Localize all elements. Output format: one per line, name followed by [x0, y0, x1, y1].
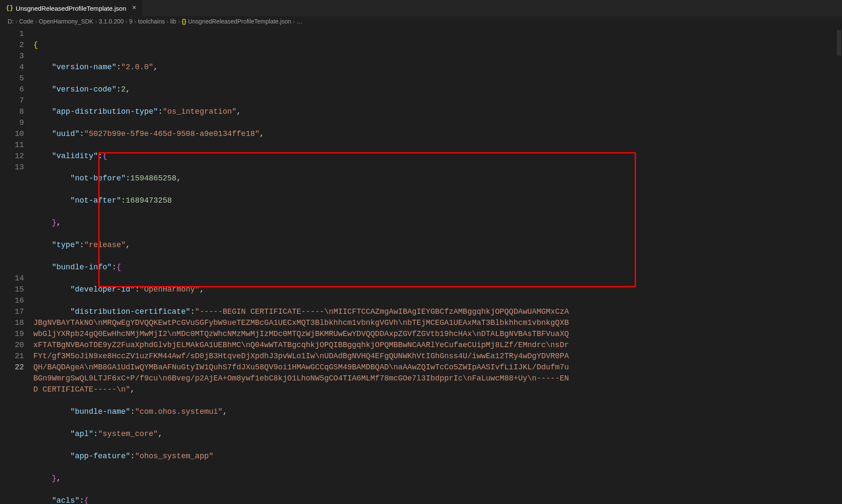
line-gutter: 1 2 3 4 5 6 7 8 9 10 11 12 13 14 15 16 1… — [0, 27, 33, 501]
code-line[interactable]: "type":"release", — [33, 239, 842, 251]
line-number: 22 — [0, 362, 24, 373]
line-number — [0, 173, 24, 273]
line-number: 3 — [0, 50, 24, 62]
minimap[interactable] — [836, 27, 842, 501]
line-number: 1 — [0, 28, 24, 39]
minimap-region — [837, 30, 841, 56]
line-number: 19 — [0, 328, 24, 339]
line-number: 18 — [0, 317, 24, 328]
code-line[interactable]: { — [33, 39, 842, 50]
code-line[interactable]: "uuid":"5027b99e-5f9e-465d-9508-a9e0134f… — [33, 128, 842, 139]
line-number: 9 — [0, 117, 24, 128]
line-number: 15 — [0, 284, 24, 295]
code-line[interactable]: "apl":"system_core", — [33, 428, 842, 439]
line-number: 2 — [0, 39, 24, 50]
breadcrumb-part[interactable]: toolchains — [138, 18, 165, 25]
code-line[interactable]: "version-code":2, — [33, 84, 842, 95]
code-line-wrapped[interactable]: "distribution-certificate":"-----BEGIN C… — [33, 306, 572, 395]
code-line[interactable]: "acls":{ — [33, 495, 842, 504]
code-line[interactable]: }, — [33, 473, 842, 484]
breadcrumb[interactable]: D:› Code› OpenHarmony_SDK› 3.1.0.200› 9›… — [0, 16, 842, 27]
json-file-icon: {} — [6, 5, 13, 12]
breadcrumb-part[interactable]: 3.1.0.200 — [99, 18, 124, 25]
code-line[interactable]: "bundle-name":"com.ohos.systemui", — [33, 406, 842, 417]
line-number: 4 — [0, 62, 24, 73]
code-line[interactable]: "developer-id":"OpenHarmony", — [33, 284, 842, 295]
line-number: 16 — [0, 295, 24, 306]
line-number: 10 — [0, 128, 24, 139]
close-icon[interactable]: × — [132, 4, 136, 12]
line-number: 13 — [0, 162, 24, 173]
code-line[interactable]: "app-feature":"ohos_system_app" — [33, 451, 842, 462]
line-number: 12 — [0, 150, 24, 162]
tab-active[interactable]: {} UnsgnedReleasedProfileTemplate.json × — [0, 0, 143, 16]
line-number: 14 — [0, 273, 24, 284]
code-line[interactable]: }, — [33, 217, 842, 228]
line-number: 11 — [0, 139, 24, 150]
code-line[interactable]: "validity":{ — [33, 150, 842, 162]
breadcrumb-file[interactable]: UnsgnedReleasedProfileTemplate.json — [188, 18, 291, 25]
code-line[interactable]: "not-after":1689473258 — [33, 195, 842, 206]
line-number: 7 — [0, 95, 24, 106]
line-number: 8 — [0, 106, 24, 117]
breadcrumb-trail: … — [297, 18, 303, 25]
line-number: 6 — [0, 84, 24, 95]
json-file-icon: {} — [182, 18, 186, 25]
breadcrumb-part[interactable]: D: — [8, 18, 14, 25]
breadcrumb-part[interactable]: OpenHarmony_SDK — [39, 18, 94, 25]
breadcrumb-part[interactable]: Code — [19, 18, 33, 25]
line-number: 5 — [0, 73, 24, 84]
breadcrumb-part[interactable]: 9 — [129, 18, 132, 25]
line-number: 17 — [0, 306, 24, 317]
code-line[interactable]: "app-distribution-type":"os_integration"… — [33, 106, 842, 117]
line-number: 21 — [0, 351, 24, 362]
tab-label: UnsgnedReleasedProfileTemplate.json — [16, 5, 127, 12]
breadcrumb-part[interactable]: lib — [170, 18, 176, 25]
code-line[interactable]: "not-before":1594865258, — [33, 173, 842, 184]
tab-bar: {} UnsgnedReleasedProfileTemplate.json × — [0, 0, 842, 16]
code-editor[interactable]: 1 2 3 4 5 6 7 8 9 10 11 12 13 14 15 16 1… — [0, 27, 842, 501]
line-number: 20 — [0, 339, 24, 351]
code-area[interactable]: { "version-name":"2.0.0", "version-code"… — [33, 27, 842, 501]
code-line[interactable]: "bundle-info":{ — [33, 262, 842, 273]
code-line[interactable]: "version-name":"2.0.0", — [33, 62, 842, 73]
